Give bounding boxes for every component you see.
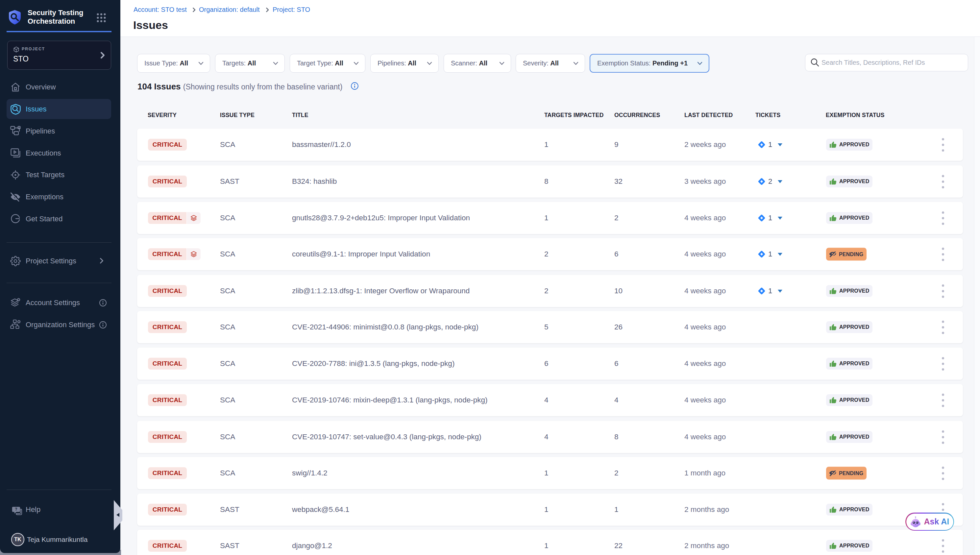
svg-text:?: ? — [15, 507, 17, 512]
